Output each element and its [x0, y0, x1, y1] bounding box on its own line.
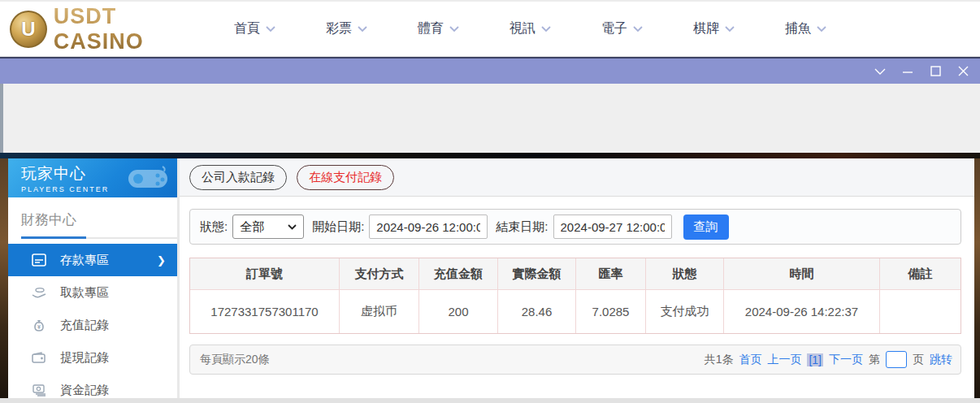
- sidebar-item-deposit[interactable]: 存款專區 ❯: [8, 244, 177, 276]
- end-date-label: 結束日期:: [496, 219, 548, 235]
- logo-coin-icon: U: [10, 11, 47, 48]
- pager: 共1条 首页 上一页 [1] 下一页 第 页 跳转: [699, 351, 952, 368]
- nav-label: 體育: [418, 20, 444, 37]
- nav-label: 捕魚: [785, 20, 811, 37]
- exchange-rate-value: 7.0285: [576, 290, 646, 333]
- svg-text:¥: ¥: [37, 323, 41, 329]
- col-exchange-rate: 匯率: [576, 258, 646, 289]
- filter-bar: 狀態: 全部 開始日期: 結束日期: 查詢: [189, 209, 961, 245]
- nav-item-live[interactable]: 視訊: [510, 20, 551, 37]
- brand-logo[interactable]: U USDT CASINO: [10, 4, 213, 54]
- withdraw-hand-icon: [31, 284, 47, 301]
- chevron-down-icon: [266, 26, 275, 32]
- gamepad-icon: [125, 162, 171, 194]
- recharge-amount-value: 200: [419, 290, 498, 333]
- nav-label: 視訊: [510, 20, 536, 37]
- chevron-down-icon: [358, 26, 367, 32]
- banner-area: [0, 84, 980, 153]
- status-select[interactable]: 全部: [232, 214, 304, 239]
- records-table: 訂單號 支付方式 充值金額 實際金額 匯率 狀態 時間 備註 172733175…: [189, 258, 961, 334]
- first-page-link[interactable]: 首页: [739, 353, 761, 367]
- status-label: 狀態:: [200, 219, 228, 235]
- chevron-down-icon: [633, 26, 643, 32]
- chevron-down-icon: [449, 26, 459, 32]
- sidebar-item-funds-records[interactable]: 資金記錄: [8, 374, 177, 403]
- prev-page-link[interactable]: 上一页: [767, 353, 801, 367]
- tab-company-deposit-records[interactable]: 公司入款記錄: [189, 165, 287, 190]
- col-payment-method: 支付方式: [340, 258, 419, 289]
- end-date-input[interactable]: [553, 214, 672, 239]
- minimize-button[interactable]: [895, 62, 920, 81]
- section-underline: [21, 237, 177, 239]
- main-panel: 公司入款記錄 在線支付記錄 狀態: 全部 開始日期: 結束日期: 查詢 訂單號 …: [177, 158, 974, 398]
- app-window: U USDT CASINO 首頁 彩票 體育 視訊 電子: [0, 0, 980, 403]
- start-date-input[interactable]: [369, 214, 488, 239]
- jump-prefix-label: 第: [869, 353, 880, 367]
- chevron-down-icon: [541, 26, 551, 32]
- col-remark: 備註: [880, 258, 960, 289]
- chevron-down-icon: [725, 26, 735, 32]
- page-jump-input[interactable]: [886, 351, 907, 368]
- nav-label: 彩票: [326, 20, 352, 37]
- chevron-down-icon: [817, 26, 826, 32]
- sidebar-item-withdraw[interactable]: 取款專區: [8, 276, 177, 309]
- titlebar-chevron-down-icon[interactable]: [868, 62, 892, 81]
- time-value: 2024-09-26 14:22:37: [724, 290, 880, 333]
- finance-section: 財務中心: [8, 197, 177, 239]
- sidebar-menu: 存款專區 ❯ 取款專區 ¥ 充值記錄 提現記錄: [8, 244, 177, 403]
- start-date-label: 開始日期:: [312, 219, 364, 235]
- tab-online-payment-records[interactable]: 在線支付記錄: [297, 165, 394, 190]
- nav-item-sports[interactable]: 體育: [418, 20, 459, 37]
- sidebar-item-label: 充值記錄: [60, 318, 166, 333]
- col-status: 狀態: [646, 258, 724, 289]
- nav-label: 電子: [601, 20, 627, 37]
- table-header-row: 訂單號 支付方式 充值金額 實際金額 匯率 狀態 時間 備註: [190, 258, 960, 290]
- jump-suffix-label: 页: [913, 353, 924, 367]
- nav-item-cards[interactable]: 棋牌: [693, 20, 735, 37]
- nav-item-lottery[interactable]: 彩票: [326, 20, 367, 37]
- sidebar: 玩家中心 PLAYERS CENTER 財務中心 存款專區 ❯: [8, 158, 177, 398]
- close-button[interactable]: [951, 62, 975, 81]
- moneybag-icon: ¥: [31, 317, 47, 333]
- chevron-right-icon: ❯: [157, 254, 166, 266]
- jump-action-link[interactable]: 跳转: [930, 353, 952, 367]
- page-size-text: 每頁顯示20條: [200, 353, 699, 367]
- sidebar-item-label: 取款專區: [60, 285, 166, 301]
- col-time: 時間: [724, 258, 880, 289]
- sidebar-item-withdrawal-records[interactable]: 提現記錄: [8, 341, 177, 374]
- players-center-header: 玩家中心 PLAYERS CENTER: [8, 158, 177, 197]
- wallet-icon: [31, 349, 47, 366]
- sidebar-item-label: 資金記錄: [60, 383, 166, 398]
- current-page-badge: [1]: [807, 353, 823, 366]
- nav-item-slots[interactable]: 電子: [601, 20, 643, 37]
- coins-icon: [31, 382, 47, 398]
- nav-label: 棋牌: [693, 20, 719, 37]
- finance-section-label: 財務中心: [21, 210, 177, 229]
- order-number-value: 1727331757301170: [190, 290, 340, 333]
- next-page-link[interactable]: 下一页: [829, 353, 863, 367]
- logo-letter: U: [21, 18, 35, 41]
- col-recharge-amount: 充值金額: [419, 258, 498, 289]
- sidebar-item-label: 存款專區: [60, 253, 157, 268]
- nav-menu: 首頁 彩票 體育 視訊 電子 棋牌: [234, 20, 877, 37]
- top-navbar: U USDT CASINO 首頁 彩票 體育 視訊 電子: [0, 0, 980, 57]
- remark-value: [880, 290, 960, 333]
- sidebar-item-label: 提現記錄: [60, 350, 166, 366]
- status-value: 支付成功: [646, 290, 724, 333]
- table-row: 1727331757301170 虚拟币 200 28.46 7.0285 支付…: [190, 290, 960, 333]
- deposit-card-icon: [31, 252, 47, 268]
- maximize-button[interactable]: [923, 62, 947, 81]
- nav-item-home[interactable]: 首頁: [234, 20, 275, 37]
- payment-method-value: 虚拟币: [340, 290, 419, 333]
- banner-divider: [0, 153, 980, 158]
- nav-item-fishing[interactable]: 捕魚: [785, 20, 826, 37]
- record-tabs: 公司入款記錄 在線支付記錄: [180, 158, 974, 197]
- sidebar-item-recharge-records[interactable]: ¥ 充值記錄: [8, 309, 177, 341]
- search-button[interactable]: 查詢: [683, 214, 729, 240]
- window-titlebar: [0, 57, 980, 84]
- actual-amount-value: 28.46: [498, 290, 576, 333]
- col-actual-amount: 實際金額: [498, 258, 576, 289]
- chevron-down-icon: [288, 224, 297, 230]
- total-count-text: 共1条: [705, 353, 734, 367]
- pagination-bar: 每頁顯示20條 共1条 首页 上一页 [1] 下一页 第 页 跳转: [189, 344, 961, 375]
